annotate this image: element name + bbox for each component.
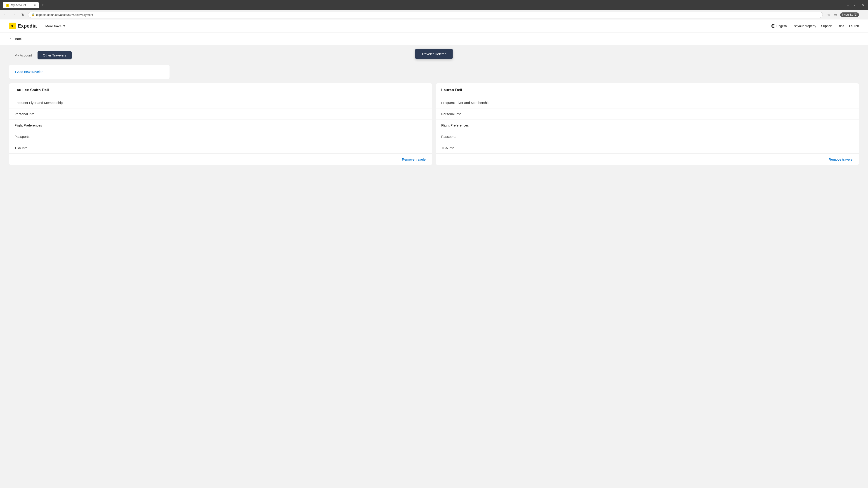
remove-traveler-1[interactable]: Remove traveler — [829, 158, 854, 161]
support-label: Support — [821, 24, 832, 28]
traveler-name-0: Lau Lee Smith Deli — [14, 88, 49, 92]
back-section: ← Back — [0, 33, 868, 45]
tab-title: My Account — [11, 3, 26, 7]
traveler-card-1: Lauren Deli Frequent Flyer and Membershi… — [436, 84, 859, 165]
lock-icon: 🔒 — [31, 13, 35, 16]
toast-notification: Traveler Deleted — [415, 49, 453, 59]
tab-other-travelers-label: Other Travelers — [43, 53, 66, 57]
window-controls: ─ ▭ ✕ — [846, 3, 865, 7]
close-window-button[interactable]: ✕ — [861, 3, 865, 7]
more-travel-button[interactable]: More travel ▾ — [43, 23, 67, 29]
browser-menu-button[interactable]: ⋮ — [862, 13, 866, 17]
extensions-button[interactable]: ▭ — [834, 13, 837, 17]
language-selector[interactable]: English — [771, 24, 787, 28]
address-bar[interactable]: 🔒 expedia.com/user/account/?&selc=paymen… — [28, 12, 823, 18]
traveler-flight-preferences-1[interactable]: Flight Preferences — [436, 120, 859, 131]
header-right: English List your property Support Trips… — [771, 24, 859, 28]
user-account-link[interactable]: Lauren — [849, 24, 859, 28]
logo-icon: ✈ — [9, 23, 16, 29]
add-traveler-card: + Add new traveler — [9, 65, 169, 79]
add-traveler-link[interactable]: + Add new traveler — [14, 70, 43, 74]
trips-label: Trips — [837, 24, 844, 28]
url-text: expedia.com/user/account/?&selc=payment — [36, 13, 93, 17]
traveler-name-1: Lauren Deli — [441, 88, 462, 92]
address-bar-actions: ☆ ▭ Incognito (2) ⋮ — [827, 12, 866, 17]
page-content: ✈ Expedia More travel ▾ English List you… — [0, 20, 868, 488]
browser-chrome: E My Account × + ─ ▭ ✕ — [0, 0, 868, 10]
tab-favicon: E — [6, 4, 9, 7]
traveler-passports-1[interactable]: Passports — [436, 131, 859, 142]
header-left: ✈ Expedia More travel ▾ — [9, 23, 67, 29]
traveler-frequent-flyer-0[interactable]: Frequent Flyer and Membership — [9, 97, 432, 108]
traveler-personal-info-0[interactable]: Personal Info — [9, 108, 432, 120]
traveler-personal-info-1[interactable]: Personal Info — [436, 108, 859, 120]
add-traveler-label: + Add new traveler — [14, 70, 43, 74]
tab-close-button[interactable]: × — [34, 4, 36, 7]
expedia-logo[interactable]: ✈ Expedia — [9, 23, 37, 29]
travelers-grid: Lau Lee Smith Deli Frequent Flyer and Me… — [9, 84, 859, 165]
traveler-card-header-0: Lau Lee Smith Deli — [9, 84, 432, 97]
logo-text: Expedia — [18, 23, 37, 29]
language-label: English — [776, 24, 787, 28]
traveler-flight-preferences-0[interactable]: Flight Preferences — [9, 120, 432, 131]
chevron-down-icon: ▾ — [63, 24, 65, 28]
minimize-button[interactable]: ─ — [846, 3, 850, 7]
traveler-card-0: Lau Lee Smith Deli Frequent Flyer and Me… — [9, 84, 432, 165]
tab-other-travelers[interactable]: Other Travelers — [37, 51, 72, 59]
support-link[interactable]: Support — [821, 24, 832, 28]
remove-traveler-0[interactable]: Remove traveler — [402, 158, 427, 161]
traveler-card-header-1: Lauren Deli — [436, 84, 859, 97]
main-content: Traveler Deleted My Account Other Travel… — [0, 45, 868, 488]
traveler-card-footer-0: Remove traveler — [9, 154, 432, 165]
back-nav-button[interactable]: ← — [2, 11, 8, 18]
site-header: ✈ Expedia More travel ▾ English List you… — [0, 20, 868, 33]
maximize-button[interactable]: ▭ — [854, 3, 858, 7]
tab-my-account-label: My Account — [14, 53, 32, 57]
globe-icon — [771, 24, 775, 28]
incognito-badge[interactable]: Incognito (2) — [840, 12, 859, 17]
more-travel-label: More travel — [45, 24, 62, 28]
tab-bar: E My Account × + — [3, 2, 844, 8]
trips-link[interactable]: Trips — [837, 24, 844, 28]
traveler-frequent-flyer-1[interactable]: Frequent Flyer and Membership — [436, 97, 859, 108]
back-button[interactable]: ← Back — [9, 36, 22, 41]
list-property-label: List your property — [792, 24, 816, 28]
list-property-link[interactable]: List your property — [792, 24, 816, 28]
active-tab[interactable]: E My Account × — [3, 2, 39, 8]
back-label: Back — [15, 37, 22, 41]
tab-my-account[interactable]: My Account — [9, 51, 37, 59]
traveler-tsa-info-1[interactable]: TSA Info — [436, 142, 859, 154]
traveler-passports-0[interactable]: Passports — [9, 131, 432, 142]
forward-nav-button[interactable]: → — [11, 11, 17, 18]
toast-message: Traveler Deleted — [422, 52, 446, 56]
back-arrow-icon: ← — [9, 36, 13, 41]
address-bar-row: ← → ↻ 🔒 expedia.com/user/account/?&selc=… — [0, 10, 868, 20]
traveler-card-footer-1: Remove traveler — [436, 154, 859, 165]
bookmark-button[interactable]: ☆ — [827, 13, 831, 17]
user-label: Lauren — [849, 24, 859, 28]
traveler-tsa-info-0[interactable]: TSA Info — [9, 142, 432, 154]
new-tab-button[interactable]: + — [40, 2, 46, 8]
refresh-button[interactable]: ↻ — [20, 11, 26, 18]
